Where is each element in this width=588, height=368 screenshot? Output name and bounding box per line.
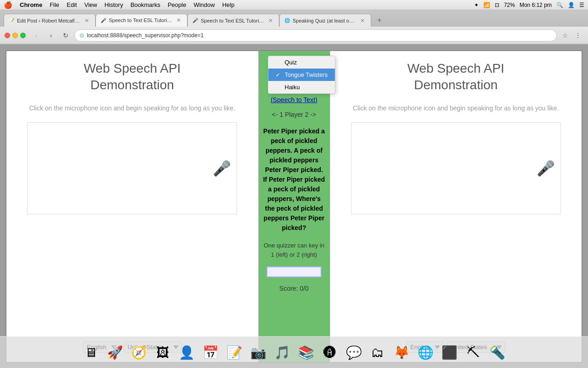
dock-photos[interactable]: 🖼 <box>152 342 174 364</box>
dock-torchbrowser[interactable]: 🔦 <box>486 342 508 364</box>
left-panel-instruction: Click on the microphone icon and begin s… <box>29 103 235 113</box>
menu-chrome[interactable]: Chrome <box>16 1 46 8</box>
center-panel: Quiz ✓ Tongue Twisters Haiku (Speech to … <box>259 51 330 362</box>
clock: Mon 6:12 pm <box>520 2 552 8</box>
menu-bookmarks[interactable]: Bookmarks <box>127 1 164 8</box>
address-bar[interactable]: ⊙ localhost:8888/speech_supervisor.php?m… <box>74 29 557 41</box>
dropdown-haiku-label: Haiku <box>285 84 300 91</box>
center-instruction: One quizzer can key in 1 (left) or 2 (ri… <box>263 241 325 259</box>
dock-filezilla[interactable]: 🗂 <box>367 342 389 364</box>
tab-2[interactable]: 🎤 Speech to Text ESL Tutorial | R... ✕ <box>96 14 187 27</box>
dock-chrome[interactable]: 🌐 <box>414 342 436 364</box>
menu-history[interactable]: History <box>101 1 126 8</box>
left-panel: Web Speech API Demonstration Click on th… <box>6 51 259 362</box>
speech-to-text-link[interactable]: (Speech to Text) <box>271 96 317 104</box>
dock-music[interactable]: 🎵 <box>271 342 293 364</box>
tab1-label: Edit Post ‹ Robert Metcalfe Bl... <box>17 18 80 23</box>
webpage: Web Speech API Demonstration Click on th… <box>6 50 582 363</box>
menu-help[interactable]: Help <box>219 1 238 8</box>
dropdown-item-quiz[interactable]: Quiz <box>268 56 335 69</box>
mac-dock: 🖥 🚀 🧭 🖼 👤 📅 📝 📷 🎵 📚 🅐 💬 🗂 🦊 🌐 ⬛ ⛏ 🔦 <box>0 336 588 368</box>
dock-safari[interactable]: 🧭 <box>128 342 150 364</box>
menu-window[interactable]: Window <box>190 1 218 8</box>
new-tab-button[interactable]: + <box>373 14 386 27</box>
tab-1[interactable]: 📝 Edit Post ‹ Robert Metcalfe Bl... ✕ <box>4 14 96 27</box>
dropdown-item-tongue-twisters[interactable]: ✓ Tongue Twisters <box>268 69 335 81</box>
apple-menu[interactable]: 🍎 <box>4 1 12 9</box>
right-speech-area: 🎤 <box>351 122 561 214</box>
tab1-favicon: 📝 <box>9 18 14 23</box>
browser-content: Web Speech API Demonstration Click on th… <box>0 45 588 368</box>
bluetooth-icon: ✦ <box>474 2 479 8</box>
user-icon[interactable]: 👤 <box>568 2 575 8</box>
search-icon[interactable]: 🔍 <box>556 2 563 8</box>
back-button[interactable]: ‹ <box>30 29 42 41</box>
tab2-favicon: 🎤 <box>101 18 106 23</box>
menubar-right: ✦ 📶 ⊡ 72% Mon 6:12 pm 🔍 👤 ☰ <box>474 2 584 8</box>
right-microphone-icon[interactable]: 🎤 <box>537 160 555 177</box>
refresh-button[interactable]: ↻ <box>60 29 72 41</box>
browser-controls: ‹ › ↻ ⊙ localhost:8888/speech_supervisor… <box>0 27 588 44</box>
player-nav[interactable]: <- 1 Player 2 -> <box>272 111 317 118</box>
mac-menubar: 🍎 Chrome File Edit View History Bookmark… <box>0 0 588 10</box>
tab-4[interactable]: 🌐 Speaking Quiz (at least on Goo... ✕ <box>279 14 371 27</box>
secure-icon: ⊙ <box>79 32 84 39</box>
tab2-close[interactable]: ✕ <box>175 17 182 24</box>
tab3-close[interactable]: ✕ <box>267 17 274 24</box>
dock-finder[interactable]: 🖥 <box>80 342 102 364</box>
close-traffic-light[interactable] <box>5 33 10 38</box>
menu-file[interactable]: File <box>46 1 63 8</box>
mode-dropdown[interactable]: Quiz ✓ Tongue Twisters Haiku <box>268 56 336 94</box>
tab3-favicon: 🎤 <box>192 18 198 23</box>
dock-terminal[interactable]: ⬛ <box>438 342 460 364</box>
dock-minecraft[interactable]: ⛏ <box>462 342 484 364</box>
tongue-twisters-check-icon: ✓ <box>276 72 282 78</box>
right-panel-title: Web Speech API Demonstration <box>407 60 504 94</box>
forward-button[interactable]: › <box>45 29 57 41</box>
answer-input[interactable] <box>266 266 322 277</box>
dock-contacts[interactable]: 👤 <box>175 342 198 364</box>
wifi-icon: 📶 <box>483 2 490 8</box>
browser-chrome: 📝 Edit Post ‹ Robert Metcalfe Bl... ✕ 🎤 … <box>0 10 588 45</box>
dropdown-quiz-label: Quiz <box>285 59 297 66</box>
dock-appstore[interactable]: 🅐 <box>319 342 341 364</box>
tongue-twister-text: Peter Piper picked a peck of pickled pep… <box>263 126 325 233</box>
tab4-close[interactable]: ✕ <box>359 17 366 24</box>
dock-messages[interactable]: 💬 <box>343 342 365 364</box>
dock-launchpad[interactable]: 🚀 <box>104 342 126 364</box>
tab2-label: Speech to Text ESL Tutorial | R... <box>109 17 172 23</box>
url-text: localhost:8888/speech_supervisor.php?mod… <box>87 32 552 39</box>
airplay-icon: ⊡ <box>495 2 499 8</box>
maximize-traffic-light[interactable] <box>20 33 26 38</box>
menu-people[interactable]: People <box>164 1 190 8</box>
right-panel-instruction: Click on the microphone icon and begin s… <box>353 103 559 113</box>
dock-firefox[interactable]: 🦊 <box>390 342 413 364</box>
menu-icon[interactable]: ☰ <box>579 2 584 8</box>
left-speech-area: 🎤 <box>27 122 237 214</box>
dock-calendar[interactable]: 📅 <box>199 342 221 364</box>
tab-3[interactable]: 🎤 Speech to Text ESL Tutorial | R... ✕ <box>187 14 279 27</box>
tab4-label: Speaking Quiz (at least on Goo... <box>293 18 356 23</box>
dock-notes[interactable]: 📝 <box>223 342 245 364</box>
dropdown-item-haiku[interactable]: Haiku <box>268 81 335 93</box>
dock-books[interactable]: 📚 <box>295 342 317 364</box>
dropdown-tongue-twisters-label: Tongue Twisters <box>285 71 328 78</box>
tab3-label: Speech to Text ESL Tutorial | R... <box>201 18 264 23</box>
browser-menu-icon[interactable]: ⋮ <box>572 30 583 41</box>
tab1-close[interactable]: ✕ <box>83 17 90 24</box>
tab4-favicon: 🌐 <box>284 18 290 23</box>
dock-photos2[interactable]: 📷 <box>247 342 269 364</box>
left-microphone-icon[interactable]: 🎤 <box>213 160 231 177</box>
tab-bar: 📝 Edit Post ‹ Robert Metcalfe Bl... ✕ 🎤 … <box>0 10 588 27</box>
right-panel: Web Speech API Demonstration Click on th… <box>330 51 582 362</box>
battery-status: 72% <box>504 2 515 8</box>
bookmark-star-icon[interactable]: ☆ <box>560 30 571 41</box>
score-display: Score: 0/0 <box>279 285 309 292</box>
left-panel-title: Web Speech API Demonstration <box>84 60 181 94</box>
menu-edit[interactable]: Edit <box>63 1 80 8</box>
menu-view[interactable]: View <box>80 1 101 8</box>
browser-actions: ☆ ⋮ <box>560 30 583 41</box>
minimize-traffic-light[interactable] <box>12 33 18 38</box>
